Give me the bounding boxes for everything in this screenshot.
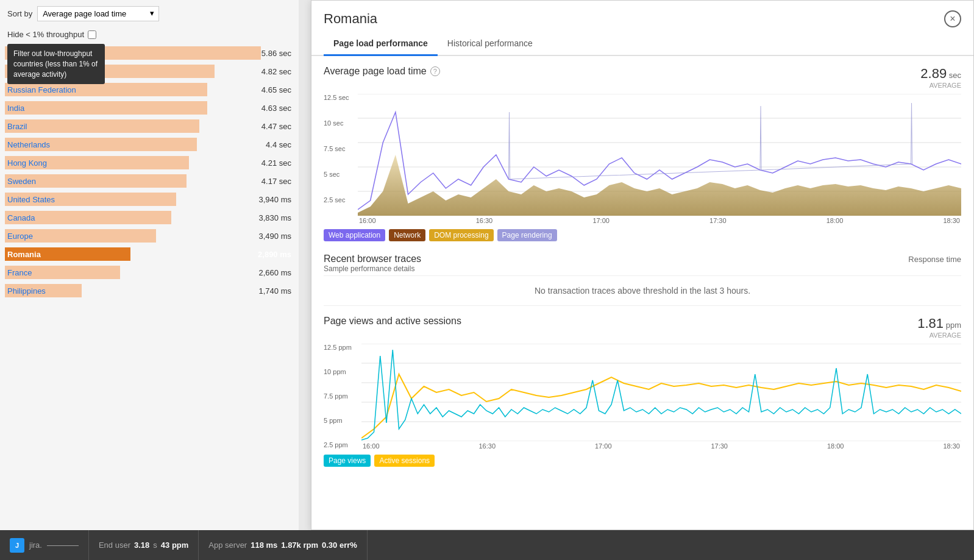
modal-title: Romania: [324, 11, 377, 27]
legend-page-views[interactable]: Page views: [324, 455, 371, 467]
x-label-1700: 17:00: [592, 217, 610, 224]
country-value: 4.21 sec: [261, 158, 291, 168]
country-value: 4.47 sec: [261, 122, 291, 131]
load-legend: Web application Network DOM processing P…: [324, 229, 961, 241]
x-label-1730: 17:30: [709, 217, 727, 224]
legend-active-sessions[interactable]: Active sessions: [374, 455, 435, 467]
traces-header: Recent browser traces Sample performance…: [324, 253, 961, 273]
jira-icon: J: [10, 538, 24, 553]
page-views-section: Page views and active sessions 1.81 ppm …: [324, 316, 961, 467]
country-value: 3,830 ms: [259, 213, 291, 222]
hide-label: Hide < 1% throughput: [7, 30, 84, 39]
x-label-1630: 16:30: [476, 217, 493, 224]
country-name: Hong Kong: [5, 158, 47, 168]
country-name: India: [5, 104, 24, 113]
left-panel: Sort by Average page load time Throughpu…: [0, 0, 299, 530]
x-label-1830: 18:30: [943, 217, 960, 224]
traces-action[interactable]: Response time: [908, 255, 961, 264]
country-bar: [5, 101, 207, 115]
country-value: 3,490 ms: [259, 232, 291, 241]
country-value: 4.63 sec: [261, 104, 291, 113]
legend-network[interactable]: Network: [389, 229, 425, 241]
hide-bar: Hide < 1% throughput: [0, 27, 299, 44]
country-value: 4.82 sec: [261, 67, 291, 76]
modal-content: Average page load time ? 2.89 sec AVERAG…: [311, 56, 973, 477]
country-value: 1,740 ms: [259, 286, 291, 296]
country-row[interactable]: Philippines1,740 ms: [5, 282, 294, 300]
legend-page-rendering[interactable]: Page rendering: [497, 229, 557, 241]
country-name: France: [5, 268, 32, 277]
status-app-server: App server 118 ms 1.87k rpm 0.30 err%: [199, 530, 368, 560]
country-row[interactable]: United States3,940 ms: [5, 190, 294, 208]
sort-select-wrapper[interactable]: Average page load time Throughput Respon…: [37, 6, 159, 21]
sort-select[interactable]: Average page load time Throughput Respon…: [37, 6, 159, 21]
country-row[interactable]: Sweden4.17 sec: [5, 172, 294, 190]
country-row[interactable]: India4.63 sec: [5, 99, 294, 117]
tab-historical-performance[interactable]: Historical performance: [438, 32, 542, 56]
avg-load-chart: 12.5 sec 10 sec 7.5 sec 5 sec 2.5 sec: [324, 94, 961, 224]
avg-load-value: 2.89 sec AVERAGE: [920, 66, 961, 89]
country-value: 4.17 sec: [261, 177, 291, 186]
x-label-1800: 18:00: [826, 217, 844, 224]
country-row[interactable]: Hong Kong4.21 sec: [5, 154, 294, 172]
pv-header: Page views and active sessions 1.81 ppm …: [324, 316, 961, 339]
pv-x-label-1730: 17:30: [711, 442, 728, 450]
page-views-chart: 12.5 ppm 10 ppm 7.5 ppm 5 ppm 2.5 ppm: [324, 344, 961, 450]
avg-load-title: Average page load time ?: [324, 66, 440, 77]
country-row[interactable]: Europe3,490 ms: [5, 227, 294, 245]
country-value: 2,890 ms: [258, 250, 291, 259]
no-traces-message: No transaction traces above threshold in…: [324, 275, 961, 306]
tab-page-load-performance[interactable]: Page load performance: [324, 32, 438, 56]
country-row[interactable]: Netherlands4.4 sec: [5, 135, 294, 154]
tabs: Page load performance Historical perform…: [311, 32, 973, 56]
avg-load-header: Average page load time ? 2.89 sec AVERAG…: [324, 66, 961, 89]
country-row[interactable]: Brazil4.47 sec: [5, 117, 294, 135]
pv-x-label-1630: 16:30: [478, 442, 496, 450]
status-end-user: End user 3.18 s 43 ppm: [89, 530, 199, 560]
modal-header: Romania ×: [311, 1, 973, 32]
legend-dom[interactable]: DOM processing: [429, 229, 493, 241]
status-bar: J jira. ———— End user 3.18 s 43 ppm App …: [0, 530, 974, 560]
hide-checkbox[interactable]: [88, 30, 96, 39]
legend-web-app[interactable]: Web application: [324, 229, 385, 241]
y-axis-pv: 12.5 ppm 10 ppm 7.5 ppm 5 ppm 2.5 ppm: [324, 344, 361, 448]
country-row[interactable]: Romania2,890 ms: [5, 245, 294, 263]
pv-x-label-1700: 17:00: [595, 442, 612, 450]
country-name: Europe: [5, 232, 33, 241]
x-label-1600: 16:00: [359, 217, 376, 224]
country-bar: [5, 119, 199, 133]
sort-bar: Sort by Average page load time Throughpu…: [0, 0, 299, 27]
jira-label: jira.: [29, 541, 42, 550]
country-name: Canada: [5, 213, 35, 222]
country-name: Netherlands: [5, 140, 50, 149]
pv-title: Page views and active sessions: [324, 316, 461, 327]
close-button[interactable]: ×: [944, 10, 961, 27]
load-time-svg: [358, 94, 961, 216]
country-row[interactable]: France2,660 ms: [5, 263, 294, 282]
pv-value: 1.81 ppm AVERAGE: [917, 316, 961, 339]
pv-x-label-1800: 18:00: [827, 442, 844, 450]
traces-subtitle: Sample performance details: [324, 264, 421, 273]
svg-marker-6: [358, 155, 961, 216]
country-value: 2,660 ms: [259, 268, 291, 277]
country-row[interactable]: Canada3,830 ms: [5, 208, 294, 227]
country-name: Brazil: [5, 122, 27, 131]
country-name: Russian Federation: [5, 85, 76, 94]
status-jira: J jira. ————: [10, 530, 89, 560]
country-name: Sweden: [5, 177, 36, 186]
pv-x-label-1600: 16:00: [363, 442, 380, 450]
help-icon[interactable]: ?: [430, 66, 440, 76]
country-name: Philippines: [5, 286, 46, 296]
country-value: 5.86 sec: [261, 49, 291, 58]
pv-legend: Page views Active sessions: [324, 455, 961, 467]
filter-tooltip: Filter out low-throughput countries (les…: [7, 44, 105, 84]
y-axis-load: 12.5 sec 10 sec 7.5 sec 5 sec 2.5 sec: [324, 94, 358, 210]
country-name: United States: [5, 195, 55, 204]
country-name: Romania: [5, 250, 41, 259]
country-value: 4.65 sec: [261, 85, 291, 94]
traces-title: Recent browser traces: [324, 253, 421, 264]
page-views-svg: [361, 344, 961, 441]
country-value: 4.4 sec: [266, 140, 291, 149]
modal: Romania × Page load performance Historic…: [311, 0, 974, 530]
country-value: 3,940 ms: [259, 195, 291, 204]
